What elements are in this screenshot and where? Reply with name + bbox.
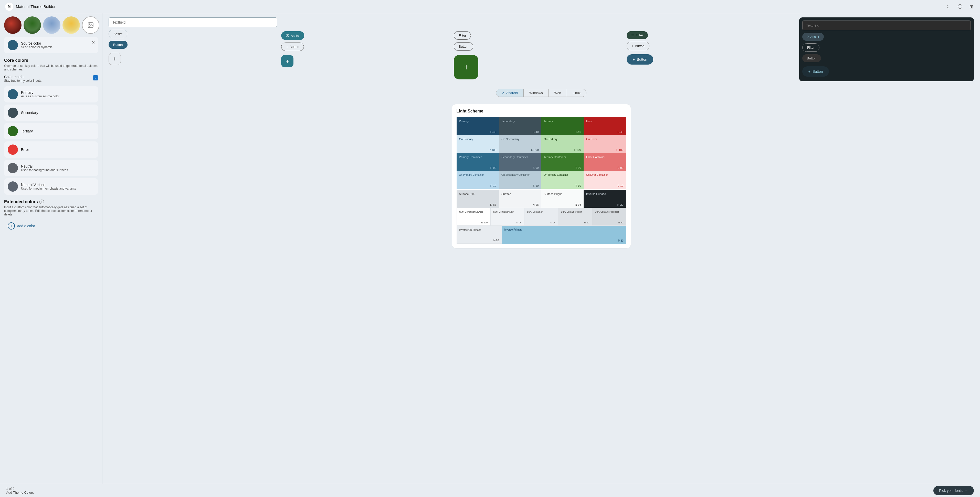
color-cell-inverse-surface[interactable]: Inverse Surface N-20 [584,190,626,208]
button-col3[interactable]: Button [454,42,473,51]
color-cell-surf-container-lowest[interactable]: Surf. Container Lowest N-100 [457,208,490,226]
color-cell-surface-bright[interactable]: Surface Bright N-98 [541,190,584,208]
on-secondary-container-code: S-10 [533,184,539,187]
preset-image-yellow[interactable] [62,16,80,34]
color-grid: Primary P-40 Secondary S-40 Tertiary T-4… [457,117,626,244]
color-cell-surface-dim[interactable]: Surface Dim N-87 [457,190,499,208]
tab-android[interactable]: ✓ Android [496,89,524,97]
textfield-col1[interactable] [108,18,277,27]
color-cell-surf-container-highest[interactable]: Surf. Container Highest N-90 [592,208,626,226]
on-primary-container-code: P-10 [490,184,496,187]
core-color-secondary[interactable]: Secondary [4,105,98,121]
topbar-right: ☾ ⓘ ⊞ [945,3,975,10]
surf-container-high-label: Surf. Container High [561,210,589,213]
preview-row: Assist Button + ⓘ Assist [108,18,974,81]
color-match-checkbox[interactable] [93,75,98,80]
assist-icon-col5: ? [807,35,809,39]
next-button[interactable]: Pick your fonts → [933,486,974,495]
surface-bright-code: N-98 [575,203,581,206]
secondary-container-code: S-90 [533,166,539,169]
color-cell-surf-container[interactable]: Surf. Container N-94 [524,208,558,226]
neutral-variant-sublabel: Used for medium emphasis and variants [21,187,76,190]
assist-btn-col5[interactable]: ? Assist [802,33,824,41]
on-tertiary-code: T-100 [574,148,581,151]
color-cell-surf-container-low[interactable]: Surf. Container Low N-96 [490,208,524,226]
filter-btn-col4[interactable]: ☰ Filter [627,31,648,39]
color-cell-error[interactable]: Error E-40 [584,117,626,135]
fab-btn-col4[interactable]: + Button [627,54,654,65]
color-cell-secondary-container[interactable]: Secondary Container S-90 [499,153,541,171]
button-col4[interactable]: + Button [627,42,649,50]
color-cell-on-error-container[interactable]: On Error Container E-10 [584,171,626,189]
color-cell-on-primary-container[interactable]: On Primary Container P-10 [457,171,499,189]
color-cell-on-secondary-container[interactable]: On Secondary Container S-10 [499,171,541,189]
core-color-neutral[interactable]: Neutral Used for background and surfaces [4,160,98,176]
core-colors-subtitle: Override or set key colors that will be … [4,64,98,71]
error-cell-label: Error [586,119,624,123]
fab-sm-col2[interactable]: + [281,55,293,67]
color-cell-on-tertiary-container[interactable]: On Tertiary Container T-10 [541,171,584,189]
textfield-col5[interactable] [802,21,971,30]
tab-web[interactable]: Web [549,89,567,97]
core-color-primary[interactable]: Primary Acts as custom source color [4,86,98,102]
fab-btn-col5[interactable]: + Button [802,66,829,76]
on-primary-label: On Primary [459,138,496,141]
core-color-neutral-variant[interactable]: Neutral Variant Used for medium emphasis… [4,178,98,195]
tab-android-label: Android [506,91,518,95]
extended-colors-info-icon[interactable]: i [40,199,44,204]
upload-image-button[interactable] [82,16,99,34]
color-cell-on-secondary[interactable]: On Secondary S-100 [499,135,541,153]
moon-icon[interactable]: ☾ [945,3,952,10]
fab-row-col2: + [281,55,450,67]
color-cell-tertiary-container[interactable]: Tertiary Container T-90 [541,153,584,171]
color-cell-on-error[interactable]: On Error E-100 [584,135,626,153]
button-row-col5: Button [802,54,971,62]
color-cell-secondary[interactable]: Secondary S-40 [499,117,541,135]
grid-icon[interactable]: ⊞ [968,3,975,10]
fab-row-col1: + [108,53,277,65]
color-match-text: Color match Stay true to my color inputs… [4,75,42,83]
secondary-cell-code: S-40 [533,131,539,134]
source-color-swatch[interactable] [8,40,18,50]
color-cell-inverse-primary[interactable]: Inverse Primary P-80 [502,226,626,244]
add-color-button[interactable]: + Add a color [4,220,39,232]
light-scheme-panel: Light Scheme Primary P-40 Secondary S-40… [452,104,631,248]
tab-linux[interactable]: Linux [567,89,586,97]
btn-row-col4: ☰ Filter [627,31,795,39]
primary-label: Primary [21,91,59,94]
source-color-block: Source color Seed color for dynamic ✕ [4,37,98,53]
fab-sm-col1[interactable]: + [108,53,121,65]
color-cell-on-primary[interactable]: On Primary P-100 [457,135,499,153]
color-cell-primary-container[interactable]: Primary Container P-90 [457,153,499,171]
btn-row-col1: Assist [108,30,277,38]
core-color-tertiary[interactable]: Tertiary [4,123,98,139]
color-cell-error-container[interactable]: Error Container E-90 [584,153,626,171]
assist-label-col2: Assist [291,34,300,38]
color-cell-surface[interactable]: Surface N-98 [499,190,541,208]
fab-lg-col3[interactable]: + [454,55,478,80]
assist-btn-col2[interactable]: ⓘ Assist [281,31,304,40]
color-cell-surf-container-high[interactable]: Surf. Container High N-92 [558,208,592,226]
core-color-error[interactable]: Error [4,142,98,158]
color-cell-primary[interactable]: Primary P-40 [457,117,499,135]
fab-row-col3: + [454,55,622,80]
source-color-close-icon[interactable]: ✕ [92,40,95,45]
tab-windows[interactable]: Windows [524,89,549,97]
light-scheme-title: Light Scheme [457,109,626,113]
color-cell-on-tertiary[interactable]: On Tertiary T-100 [541,135,584,153]
preset-image-green[interactable] [24,16,41,34]
button-col1[interactable]: Button [108,41,127,49]
color-cell-inverse-on-surface[interactable]: Inverse On Surface N-95 [457,226,502,244]
preset-image-red[interactable] [4,16,22,34]
btn-row-col5: ? Assist [802,33,971,41]
preset-image-blue[interactable] [43,16,60,34]
button-col5[interactable]: Button [802,54,821,62]
filter-btn-col5[interactable]: Filter [802,43,819,52]
button-col2[interactable]: + Button [281,43,304,51]
info-icon[interactable]: ⓘ [956,3,964,10]
color-cell-tertiary[interactable]: Tertiary T-40 [541,117,584,135]
inverse-on-surface-code: N-95 [493,239,499,242]
neutral-text: Neutral Used for background and surfaces [21,164,68,172]
assist-btn-col1[interactable]: Assist [108,30,127,38]
filter-btn-col3[interactable]: Filter [454,31,471,40]
